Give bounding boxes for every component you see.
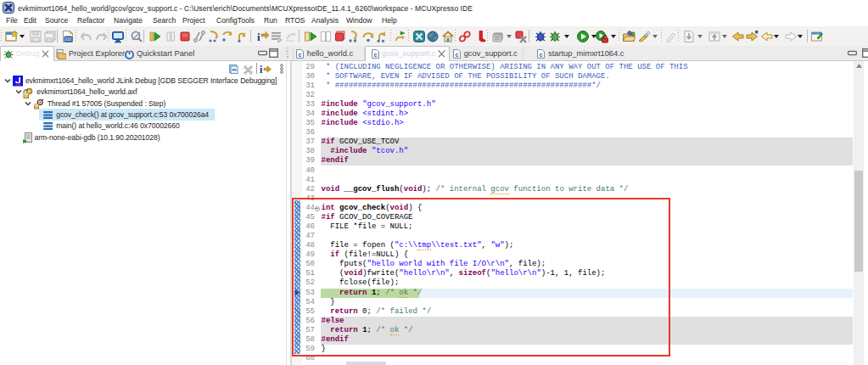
svg-text:i: i bbox=[260, 64, 263, 75]
svg-text:i: i bbox=[257, 31, 260, 43]
svg-text:c: c bbox=[539, 52, 542, 59]
svg-text:c: c bbox=[456, 52, 459, 59]
svg-text:c: c bbox=[373, 52, 377, 59]
svg-text:010: 010 bbox=[65, 37, 72, 42]
svg-text:Link: Link bbox=[15, 83, 20, 87]
svg-text:c: c bbox=[298, 52, 301, 59]
